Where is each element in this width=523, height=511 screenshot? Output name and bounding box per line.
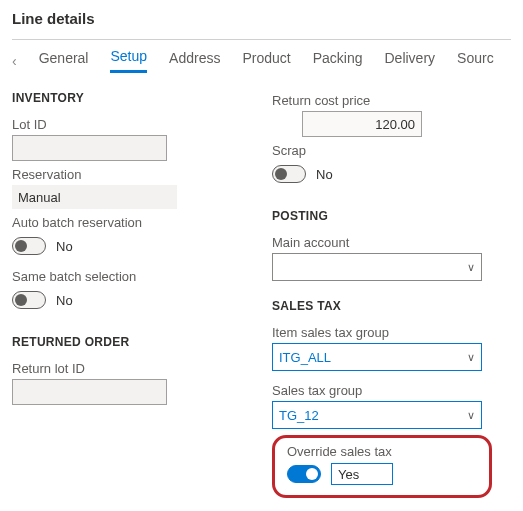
main-account-select[interactable]: ∨: [272, 253, 482, 281]
tab-general[interactable]: General: [39, 50, 89, 72]
return-cost-label: Return cost price: [272, 93, 502, 108]
tab-delivery[interactable]: Delivery: [385, 50, 436, 72]
item-sales-tax-group-value: ITG_ALL: [279, 350, 331, 365]
lot-id-input[interactable]: [12, 135, 167, 161]
item-sales-tax-group-select[interactable]: ITG_ALL ∨: [272, 343, 482, 371]
return-cost-input[interactable]: [302, 111, 422, 137]
scrap-value: No: [316, 167, 333, 182]
tab-setup[interactable]: Setup: [110, 48, 147, 73]
same-batch-toggle[interactable]: [12, 291, 46, 309]
same-batch-value: No: [56, 293, 73, 308]
main-account-label: Main account: [272, 235, 502, 250]
override-sales-tax-value[interactable]: [331, 463, 393, 485]
left-column: INVENTORY Lot ID Reservation Manual Auto…: [12, 87, 242, 498]
section-inventory: INVENTORY: [12, 91, 242, 105]
item-sales-tax-group-label: Item sales tax group: [272, 325, 502, 340]
auto-batch-value: No: [56, 239, 73, 254]
same-batch-label: Same batch selection: [12, 269, 242, 284]
override-sales-tax-toggle[interactable]: [287, 465, 321, 483]
reservation-value[interactable]: Manual: [12, 185, 177, 209]
chevron-down-icon: ∨: [467, 351, 475, 364]
sales-tax-group-label: Sales tax group: [272, 383, 502, 398]
lot-id-label: Lot ID: [12, 117, 242, 132]
sales-tax-group-value: TG_12: [279, 408, 319, 423]
tab-packing[interactable]: Packing: [313, 50, 363, 72]
page-title: Line details: [12, 10, 511, 27]
chevron-left-icon[interactable]: ‹: [12, 53, 17, 69]
tabs-bar: ‹ General Setup Address Product Packing …: [12, 48, 511, 73]
divider: [12, 39, 511, 40]
auto-batch-toggle[interactable]: [12, 237, 46, 255]
tab-sourcing[interactable]: Sourc: [457, 50, 494, 72]
tab-product[interactable]: Product: [242, 50, 290, 72]
scrap-toggle[interactable]: [272, 165, 306, 183]
section-returned-order: RETURNED ORDER: [12, 335, 242, 349]
chevron-down-icon: ∨: [467, 261, 475, 274]
right-column: Return cost price Scrap No POSTING Main …: [272, 87, 502, 498]
return-lot-id-input[interactable]: [12, 379, 167, 405]
override-sales-tax-label: Override sales tax: [287, 444, 477, 459]
tab-address[interactable]: Address: [169, 50, 220, 72]
scrap-label: Scrap: [272, 143, 502, 158]
override-sales-tax-highlight: Override sales tax: [272, 435, 492, 498]
reservation-label: Reservation: [12, 167, 242, 182]
auto-batch-label: Auto batch reservation: [12, 215, 242, 230]
chevron-down-icon: ∨: [467, 409, 475, 422]
return-lot-id-label: Return lot ID: [12, 361, 242, 376]
section-posting: POSTING: [272, 209, 502, 223]
sales-tax-group-select[interactable]: TG_12 ∨: [272, 401, 482, 429]
section-sales-tax: SALES TAX: [272, 299, 502, 313]
